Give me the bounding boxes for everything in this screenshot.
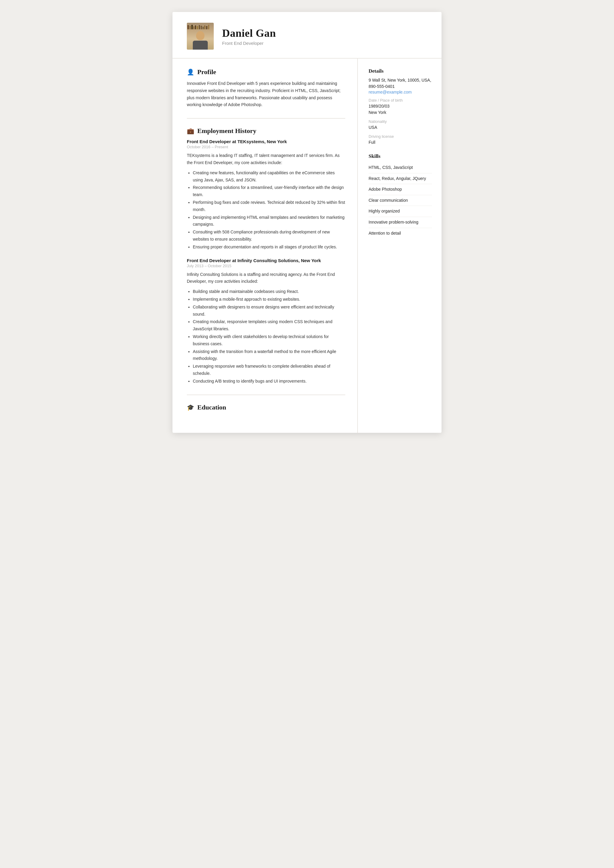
profile-text: Innovative Front End Developer with 5 ye… — [187, 80, 345, 108]
job-bullets-2: Building stable and maintainable codebas… — [187, 288, 345, 385]
bullet-1-3: Performing bug fixes and code reviews. T… — [193, 199, 345, 214]
bullet-2-8: Conducting A/B testing to identify bugs … — [193, 378, 345, 385]
skill-item-7: Attention to detail — [369, 228, 432, 239]
job-dates-2: July 2013 – October 2015 — [187, 264, 345, 268]
education-section: 🎓 Education — [187, 403, 345, 411]
job-entry-1: Front End Developer at TEKsystems, New Y… — [187, 139, 345, 251]
bullet-2-4: Creating modular, responsive templates u… — [193, 318, 345, 333]
dob-label: Date / Place of birth — [369, 98, 432, 102]
detail-nationality: USA — [369, 124, 432, 131]
bullet-1-5: Consulting with 508 Compliance professio… — [193, 229, 345, 243]
bullet-2-2: Implementing a mobile-first approach to … — [193, 296, 345, 303]
employment-section: 💼 Employment History Front End Developer… — [187, 127, 345, 385]
bullet-2-6: Assisting with the transition from a wat… — [193, 348, 345, 363]
bullet-1-2: Recommending solutions for a streamlined… — [193, 184, 345, 198]
skill-item-5: Highly organized — [369, 206, 432, 217]
education-icon: 🎓 — [187, 404, 194, 411]
detail-driving: Full — [369, 139, 432, 146]
avatar — [187, 23, 214, 50]
bullet-1-1: Creating new features, functionality and… — [193, 169, 345, 184]
detail-phone: 890-555-0401 — [369, 84, 432, 90]
resume-header: Daniel Gan Front End Developer — [172, 12, 442, 59]
skill-item-4: Clear communication — [369, 195, 432, 206]
job-dates-1: October 2016 – Present — [187, 145, 345, 149]
right-column: Details 9 Wall St, New York, 10005, USA,… — [358, 59, 442, 433]
nationality-label: Nationality — [369, 119, 432, 124]
candidate-title: Front End Developer — [222, 41, 427, 46]
skill-item-1: HTML, CSS, JavaScript — [369, 162, 432, 174]
job-title-2: Front End Developer at Infinity Consulti… — [187, 258, 345, 263]
profile-section-title: 👤 Profile — [187, 68, 345, 76]
skill-item-6: Innovative problem-solving — [369, 217, 432, 228]
employment-icon: 💼 — [187, 127, 194, 135]
detail-email[interactable]: resume@example.com — [369, 90, 432, 95]
resume-card: Daniel Gan Front End Developer 👤 Profile… — [172, 12, 442, 433]
bullet-2-5: Working directly with client stakeholder… — [193, 333, 345, 348]
bullet-1-6: Ensuring proper documentation and report… — [193, 243, 345, 251]
skills-title: Skills — [369, 153, 432, 159]
job-desc-1: TEKsystems is a leading IT staffing, IT … — [187, 152, 345, 166]
bullet-2-7: Leveraging responsive web frameworks to … — [193, 363, 345, 377]
job-entry-2: Front End Developer at Infinity Consulti… — [187, 258, 345, 385]
profile-section: 👤 Profile Innovative Front End Developer… — [187, 68, 345, 108]
divider-1 — [187, 118, 345, 119]
details-title: Details — [369, 68, 432, 74]
detail-address: 9 Wall St, New York, 10005, USA, — [369, 77, 432, 84]
body-layout: 👤 Profile Innovative Front End Developer… — [172, 59, 442, 433]
detail-dob: 1989/20/03 — [369, 103, 432, 109]
job-desc-2: Infinity Consulting Solutions is a staff… — [187, 271, 345, 285]
skills-section: Skills HTML, CSS, JavaScript React, Redu… — [369, 153, 432, 239]
driving-label: Driving license — [369, 134, 432, 139]
divider-2 — [187, 395, 345, 395]
candidate-name: Daniel Gan — [222, 27, 427, 39]
header-info: Daniel Gan Front End Developer — [222, 27, 427, 46]
bullet-2-3: Collaborating with designers to ensure d… — [193, 304, 345, 318]
left-column: 👤 Profile Innovative Front End Developer… — [172, 59, 358, 433]
job-title-1: Front End Developer at TEKsystems, New Y… — [187, 139, 345, 144]
profile-icon: 👤 — [187, 68, 194, 76]
bullet-1-4: Designing and implementing HTML email te… — [193, 214, 345, 228]
details-section: Details 9 Wall St, New York, 10005, USA,… — [369, 68, 432, 146]
detail-birthplace: New York — [369, 109, 432, 116]
employment-section-title: 💼 Employment History — [187, 127, 345, 135]
education-section-title: 🎓 Education — [187, 403, 345, 411]
bullet-2-1: Building stable and maintainable codebas… — [193, 288, 345, 295]
skill-item-2: React, Redux, Angular, JQuery — [369, 174, 432, 184]
job-bullets-1: Creating new features, functionality and… — [187, 169, 345, 251]
skill-item-3: Adobe Photoshop — [369, 184, 432, 195]
